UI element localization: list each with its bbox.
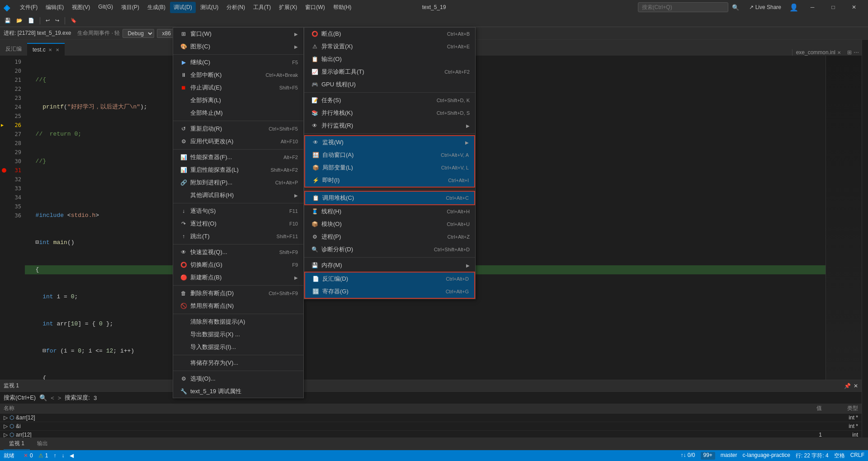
expand-icon-1[interactable]: ▷	[4, 423, 8, 429]
menu-break-all-item[interactable]: ⏸ 全部中断(K) Ctrl+Alt+Break	[173, 69, 303, 81]
tab-watch1[interactable]: 监视 1	[4, 438, 30, 450]
menu-new-bp-item[interactable]: 🔴 新建断点(B) ▶	[173, 271, 303, 284]
menu-restart-profiler-item[interactable]: 📊 重启性能探查器(L) Shift+Alt+F2	[173, 164, 303, 176]
close-panel-icon[interactable]: ✕	[854, 383, 858, 389]
submenu-memory-item[interactable]: 💾 内存(M) ▶	[304, 259, 475, 272]
watch-row-1[interactable]: ▷ ⬡ &i int *	[0, 422, 862, 431]
menu-view[interactable]: 视图(V)	[68, 2, 94, 13]
menu-step-over-item[interactable]: ↷ 逐过程(O) F10	[173, 217, 303, 230]
menu-tools[interactable]: 工具(T)	[250, 2, 274, 13]
menu-attach-item[interactable]: 🔗 附加到进程(P)... Ctrl+Alt+P	[173, 176, 303, 189]
toolbar-save[interactable]: 💾	[3, 17, 13, 24]
account-icon[interactable]: 👤	[789, 3, 798, 12]
menu-debug-props-item[interactable]: 🔧 text_5_19 调试属性	[173, 385, 303, 398]
submenu-parallel-watch-item[interactable]: 👁 并行监视(R) ▶	[304, 119, 475, 132]
submenu-watch-item[interactable]: 👁 监视(W) ▶	[305, 136, 474, 149]
tab-test-c[interactable]: test.c ✕ ✕	[27, 43, 65, 56]
menu-stop-debug-item[interactable]: ⏹ 停止调试(E) Shift+F5	[173, 81, 303, 94]
menu-test[interactable]: 测试(U)	[197, 2, 222, 13]
error-count[interactable]: ✕ 0	[24, 452, 33, 459]
menu-delete-all-bp-item[interactable]: 🗑 删除所有断点(D) Ctrl+Shift+F9	[173, 287, 303, 300]
menu-detach-all-item[interactable]: 全部拆离(L)	[173, 94, 303, 107]
submenu-auto-window-item[interactable]: 🪟 自动窗口(A) Ctrl+Alt+V, A	[305, 149, 474, 161]
nav-left[interactable]: ◀	[70, 452, 74, 459]
submenu-registers-item[interactable]: 🔢 寄存器(G) Ctrl+Alt+G	[305, 285, 474, 298]
menu-project[interactable]: 项目(P)	[118, 2, 143, 13]
menu-clear-tips-item[interactable]: 清除所有数据提示(A)	[173, 315, 303, 328]
more-tabs-icon[interactable]: ⋯	[854, 49, 859, 56]
menu-graphics-item[interactable]: 🎨 图形(C) ▶	[173, 40, 303, 53]
submenu-diag-analysis-item[interactable]: 🔍 诊断分析(D) Ctrl+Shift+Alt+D	[304, 243, 475, 256]
menu-save-storage-item[interactable]: 将储存另存为(V)...	[173, 357, 303, 369]
toolbar-undo[interactable]: ↩	[44, 17, 52, 24]
expand-icon-0[interactable]: ▷	[4, 414, 8, 421]
menu-file[interactable]: 文件(F)	[16, 2, 41, 13]
expand-icon-2[interactable]: ▷	[4, 432, 8, 438]
toolbar-new[interactable]: 📄	[26, 17, 36, 24]
menu-debug[interactable]: 调试(D)	[170, 2, 196, 13]
menu-profiler-item[interactable]: 📊 性能探查器(F)... Alt+F2	[173, 151, 303, 164]
nav-forward[interactable]: >	[58, 395, 61, 401]
menu-disable-all-bp-item[interactable]: 🚫 禁用所有断点(N)	[173, 300, 303, 312]
tab-output[interactable]: 输出	[32, 438, 53, 449]
debug-menu[interactable]: ⊞ 窗口(W) ▶ 🎨 图形(C) ▶ ▶ 继续(C) F5 ⏸ 全部中断(K)…	[173, 27, 304, 398]
menu-options-item[interactable]: ⚙ 选项(O)...	[173, 372, 303, 385]
menu-git[interactable]: Git(G)	[94, 2, 117, 13]
watch-row-0[interactable]: ▷ ⬡ &arr[12] int *	[0, 414, 862, 422]
menu-window-item[interactable]: ⊞ 窗口(W) ▶	[173, 28, 303, 40]
menu-import-tips-item[interactable]: 导入数据提示(I)...	[173, 341, 303, 353]
menu-toggle-bp-item[interactable]: ⭕ 切换断点(G) F9	[173, 259, 303, 271]
menu-window[interactable]: 窗口(W)	[302, 2, 328, 13]
menu-step-out-item[interactable]: ↑ 跳出(T) Shift+F11	[173, 230, 303, 243]
tab-exe-common[interactable]: exe_common.inl ✕	[792, 49, 844, 56]
menu-help[interactable]: 帮助(H)	[330, 2, 355, 13]
vertical-scrollbar[interactable]	[862, 40, 868, 461]
search-input[interactable]	[638, 2, 728, 12]
warning-count[interactable]: ⚠ 1	[38, 452, 48, 459]
pin-icon[interactable]: 📌	[844, 383, 851, 389]
menu-build[interactable]: 生成(B)	[144, 2, 169, 13]
submenu-gpu-item[interactable]: 🎮 GPU 线程(U)	[304, 78, 475, 91]
branch-name[interactable]: master	[721, 452, 737, 460]
close-button[interactable]: ✕	[844, 0, 864, 14]
submenu-diag-tools-item[interactable]: 📈 显示诊断工具(T) Ctrl+Alt+F2	[304, 66, 475, 78]
toolbar-bookmark[interactable]: 🔖	[69, 17, 79, 24]
live-share-button[interactable]: ↗ Live Share	[746, 3, 784, 11]
submenu-immediate-item[interactable]: ⚡ 即时(I) Ctrl+Alt+I	[305, 174, 474, 187]
menu-other-targets-item[interactable]: 其他调试目标(H) ▶	[173, 189, 303, 202]
search-watch-icon[interactable]: 🔍	[39, 394, 47, 401]
submenu-parallel-stack-item[interactable]: 📚 并行堆栈(K) Ctrl+Shift+D, S	[304, 107, 475, 119]
menu-terminate-all-item[interactable]: 全部终止(M)	[173, 107, 303, 119]
submenu-breakpoints-item[interactable]: ⭕ 断点(B) Ctrl+Alt+B	[304, 28, 475, 40]
menu-export-tips-item[interactable]: 导出数据提示(X) ...	[173, 328, 303, 341]
submenu-modules-item[interactable]: 📦 模块(O) Ctrl+Alt+U	[304, 218, 475, 230]
minimize-button[interactable]: ─	[802, 0, 823, 14]
submenu-tasks-item[interactable]: 📝 任务(S) Ctrl+Shift+D, K	[304, 94, 475, 107]
menu-quickwatch-item[interactable]: 👁 快速监视(Q)... Shift+F9	[173, 246, 303, 259]
tab-test-c-close[interactable]: ✕	[48, 47, 52, 52]
toolbar-redo[interactable]: ↪	[53, 17, 61, 24]
exe-common-close[interactable]: ✕	[837, 50, 841, 55]
windows-submenu[interactable]: ⭕ 断点(B) Ctrl+Alt+B ⚠ 异常设置(X) Ctrl+Alt+E …	[304, 27, 476, 299]
toolbar-open[interactable]: 📂	[14, 17, 24, 24]
menu-extensions[interactable]: 扩展(X)	[275, 2, 301, 13]
menu-restart-item[interactable]: ↺ 重新启动(R) Ctrl+Shift+F5	[173, 122, 303, 135]
submenu-exception-item[interactable]: ⚠ 异常设置(X) Ctrl+Alt+E	[304, 40, 475, 53]
menu-step-into-item[interactable]: ↓ 逐语句(S) F11	[173, 205, 303, 217]
submenu-output-item[interactable]: 📋 输出(O)	[304, 53, 475, 66]
submenu-callstack-item[interactable]: 📋 调用堆栈(C) Ctrl+Alt+C	[305, 192, 474, 204]
split-editor-icon[interactable]: ⊞	[847, 49, 852, 56]
nav-down[interactable]: ↓	[61, 452, 64, 459]
maximize-button[interactable]: □	[823, 0, 844, 14]
submenu-threads-item[interactable]: 🧵 线程(H) Ctrl+Alt+H	[304, 205, 475, 218]
tab-disassembly[interactable]: 反汇编	[0, 42, 27, 56]
menu-edit[interactable]: 编辑(E)	[42, 2, 67, 13]
nav-up[interactable]: ↑	[53, 452, 56, 459]
menu-continue-item[interactable]: ▶ 继续(C) F5	[173, 56, 303, 69]
submenu-disassembly-item[interactable]: 📄 反汇编(D) Ctrl+Alt+D	[305, 273, 474, 285]
nav-back[interactable]: <	[51, 395, 54, 401]
menu-analyze[interactable]: 分析(N)	[223, 2, 249, 13]
submenu-processes-item[interactable]: ⚙ 进程(P) Ctrl+Alt+Z	[304, 230, 475, 243]
debug-mode-selector[interactable]: Debug	[123, 29, 154, 38]
menu-apply-code-item[interactable]: ⚙ 应用代码更改(A) Alt+F10	[173, 135, 303, 148]
